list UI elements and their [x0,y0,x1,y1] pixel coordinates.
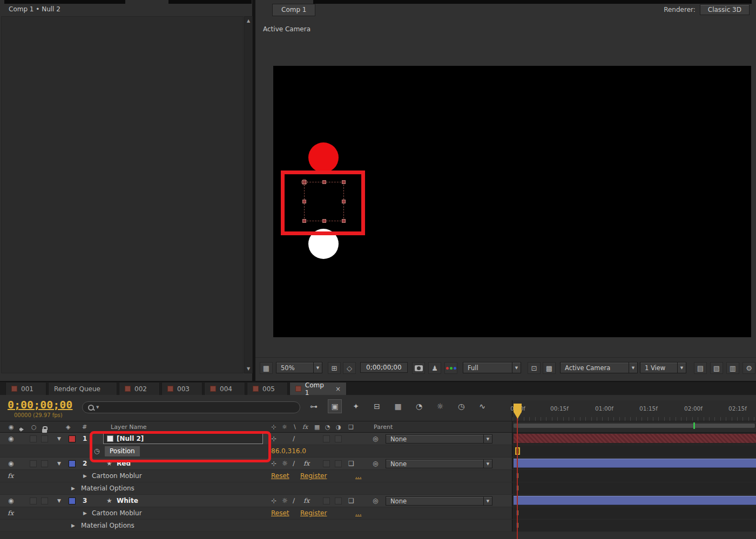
draft-3d-icon[interactable]: ✦ [349,399,363,413]
parent-select[interactable]: None ▼ [386,459,492,468]
parent-column-header[interactable]: Parent [374,421,393,433]
fast-previews-icon[interactable]: ▧ [710,362,723,374]
av-features-header-icon[interactable]: ⊹ [271,421,276,433]
switch-box[interactable] [335,497,342,504]
label-column-icon[interactable]: ◈ [66,421,70,433]
preview-timecode[interactable]: 0;00;00;00 [360,362,408,373]
switch-box[interactable] [323,435,330,442]
transparency-grid-icon[interactable]: ▩ [543,362,556,374]
active-camera-select[interactable]: Active Camera ▼ [560,362,638,373]
show-snapshot-icon[interactable]: ♟ [428,362,441,374]
comp-panel-tab[interactable]: Comp 1 [272,4,315,16]
scrollbar[interactable]: ▲ ▼ [244,16,253,373]
label-color-swatch[interactable] [69,435,76,442]
scroll-down-icon[interactable]: ▼ [247,365,250,373]
work-area-strip[interactable] [512,421,756,432]
tab-003[interactable]: 003 [161,382,202,395]
cube-icon[interactable]: ❑ [348,495,354,507]
options-link[interactable]: ... [355,507,361,520]
frame-blend-header-icon[interactable]: ▦ [314,421,320,433]
effect-name[interactable]: Cartoon Moblur [92,507,142,520]
eye-icon[interactable]: ◉ [8,495,14,507]
layer-name-column-header[interactable]: Layer Name [111,421,147,433]
tab-004[interactable]: 004 [204,382,245,395]
brainstorm-icon[interactable]: ☼ [433,399,447,413]
adjustment-header-icon[interactable]: ◑ [336,421,341,433]
solo-toggle[interactable] [30,497,37,504]
cube-header-icon[interactable]: ❑ [348,421,354,433]
pickwhip-icon[interactable]: ◎ [373,433,378,445]
grid-options-icon[interactable]: ▦ [260,362,273,374]
layer-track[interactable] [512,458,756,469]
expander-icon[interactable]: ▼ [57,458,61,470]
tab-comp-1[interactable]: Comp 1 × [289,382,347,395]
pickwhip-icon[interactable]: ◎ [373,458,378,470]
reset-link[interactable]: Reset [271,470,289,482]
red-solid-layer[interactable] [308,142,339,173]
expander-icon[interactable]: ▶ [71,482,75,495]
region-of-interest-icon[interactable]: ⊡ [528,362,541,374]
layer-name[interactable]: White [117,495,138,507]
label-color-swatch[interactable] [69,460,76,467]
switch-box[interactable] [323,497,330,504]
flowchart-icon[interactable]: ⚙ [742,362,755,374]
live-update-icon[interactable]: ▣ [328,399,342,413]
show-channels-icon[interactable] [444,362,457,374]
work-area-bar[interactable] [514,424,755,428]
renderer-button[interactable]: Classic 3D [700,4,750,15]
lock-toggle[interactable] [41,435,48,442]
lock-toggle[interactable] [41,460,48,467]
pickwhip-icon[interactable]: ◎ [373,495,378,507]
solo-column-icon[interactable]: ○ [31,421,37,433]
video-column-icon[interactable]: ◉ [9,421,14,433]
scroll-up-icon[interactable]: ▲ [247,17,250,25]
property-value[interactable]: 86.0,316.0 [271,445,306,458]
motion-blur-icon[interactable]: ◔ [412,399,426,413]
expander-icon[interactable]: ▼ [57,495,61,507]
snapshot-icon[interactable] [412,362,425,374]
cube-icon[interactable]: ❑ [348,458,354,470]
effect-track[interactable]: I [512,507,756,519]
index-column-header[interactable]: # [82,421,87,433]
solo-toggle[interactable] [30,460,37,467]
switch-box[interactable] [335,460,342,467]
parent-select[interactable]: None ▼ [386,496,492,506]
frame-blend-icon[interactable]: ▦ [391,399,405,413]
av-features-icon[interactable]: ⊹ [271,458,276,470]
hide-shy-icon[interactable]: ⊟ [370,399,384,413]
layer-duration-bar[interactable] [514,496,756,505]
graph-editor-icon[interactable]: ∿ [475,399,489,413]
eye-icon[interactable]: ◉ [8,458,14,470]
register-link[interactable]: Register [300,507,327,520]
layer-duration-bar[interactable] [514,459,756,468]
switch-box[interactable] [323,460,330,467]
tab-render-queue[interactable]: Render Queue [48,382,117,395]
register-link[interactable]: Register [300,470,327,482]
motion-blur-header-icon[interactable]: ◔ [325,421,330,433]
layer-track[interactable] [512,433,756,445]
magnification-select[interactable]: 50% ▼ [276,362,322,373]
av-features-icon[interactable]: ⊹ [271,433,276,445]
quality-icon[interactable]: ∕ [293,458,295,470]
eye-icon[interactable]: ◉ [8,433,14,445]
blend-icon[interactable]: ☼ [282,458,288,470]
mask-visibility-icon[interactable]: ◇ [343,362,356,374]
close-icon[interactable]: × [335,385,341,393]
property-track[interactable] [512,445,756,457]
effect-track[interactable]: I [512,470,756,482]
search-input[interactable]: ▼ [82,401,300,413]
lock-toggle[interactable] [41,497,48,504]
fx-switch-icon[interactable]: fx [303,495,309,507]
mask-header-icon[interactable]: ∖ [293,421,296,433]
current-time-display[interactable]: 0;00;00;00 [8,398,72,411]
layer-duration-bar[interactable] [514,434,756,443]
switch-box[interactable] [335,435,342,442]
quality-icon[interactable]: ∕ [293,433,295,445]
label-color-swatch[interactable] [69,497,76,504]
auto-keyframe-icon[interactable]: ◷ [454,399,468,413]
layer-name-cell[interactable]: [Null 2] [103,433,263,444]
av-features-icon[interactable]: ⊹ [271,495,276,507]
expander-icon[interactable]: ▶ [83,507,87,520]
resolution-select[interactable]: Full ▼ [463,362,521,373]
tab-001[interactable]: 001 [5,382,46,395]
